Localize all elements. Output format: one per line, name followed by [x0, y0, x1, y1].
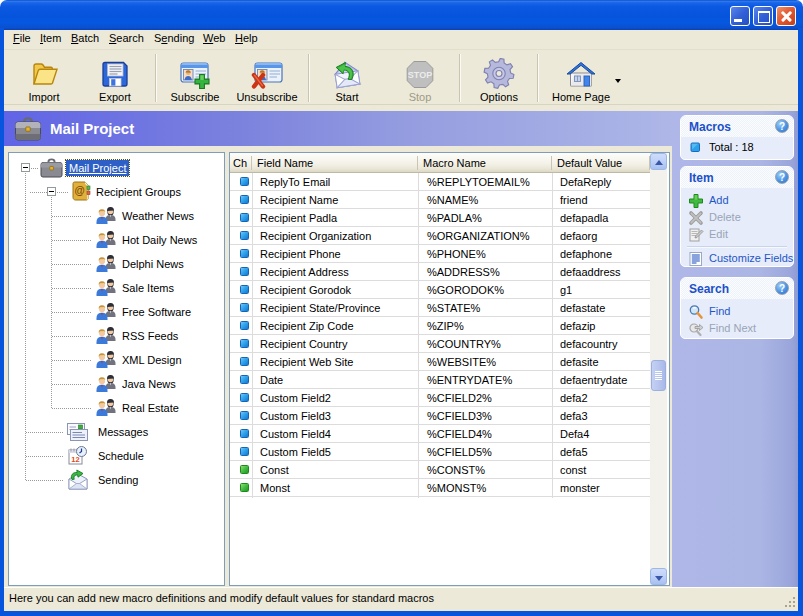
svg-text:STOP: STOP	[408, 70, 432, 80]
svg-text:@: @	[75, 184, 85, 196]
